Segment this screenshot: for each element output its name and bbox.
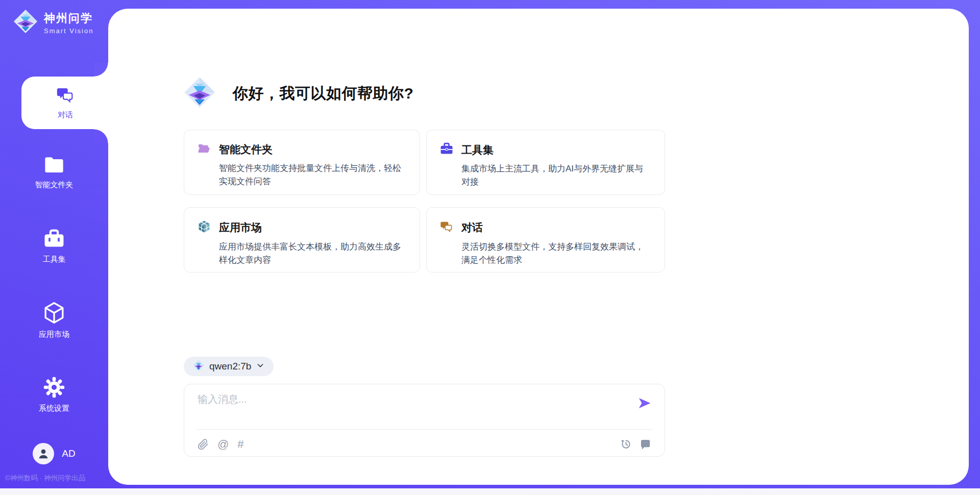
card-desc: 灵活切换多模型文件，支持多样回复效果调试，满足个性化需求 (440, 240, 651, 267)
card-title: 应用市场 (219, 220, 262, 235)
mention-icon[interactable]: @ (217, 439, 229, 450)
folder-icon (43, 155, 65, 176)
card-title: 智能文件夹 (219, 142, 273, 157)
card-chat[interactable]: 对话 灵活切换多模型文件，支持多样回复效果调试，满足个性化需求 (426, 207, 665, 273)
brand: 神州问学 Smart Vision (13, 9, 93, 36)
sidebar-item-label: 系统设置 (39, 404, 69, 412)
user-initials: AD (62, 448, 75, 459)
feature-cards: 智能文件夹 智能文件夹功能支持批量文件上传与清洗，轻松实现文件问答 工具集 集成… (184, 130, 665, 273)
model-name: qwen2:7b (209, 361, 251, 372)
sidebar-item-app-market[interactable]: 应用市场 (0, 299, 108, 340)
gear-icon (43, 377, 65, 400)
app-title: 神州问学 (44, 11, 93, 26)
send-icon[interactable] (637, 395, 652, 411)
cube-grid-icon (198, 220, 211, 235)
message-input[interactable] (198, 392, 626, 424)
app-subtitle: Smart Vision (44, 27, 93, 35)
sidebar-item-toolbox[interactable]: 工具集 (0, 225, 108, 266)
avatar (33, 443, 54, 464)
model-diamond-logo-icon (193, 360, 204, 373)
folder-open-icon (198, 142, 211, 157)
greeting-diamond-logo-icon (184, 77, 215, 110)
sidebar-item-label: 智能文件夹 (35, 181, 74, 188)
sidebar: 神州问学 Smart Vision 对话 智能文件夹 (0, 0, 108, 495)
briefcase-icon (440, 142, 453, 157)
history-icon[interactable] (620, 438, 632, 450)
card-app-market[interactable]: 应用市场 应用市场提供丰富长文本模板，助力高效生成多样化文章内容 (184, 207, 420, 273)
card-desc: 集成市场上主流工具，助力AI与外界无缝扩展与对接 (440, 162, 651, 189)
greeting-text: 你好，我可以如何帮助你? (233, 83, 413, 104)
bottom-scroll-strip (0, 488, 980, 495)
sidebar-item-label: 工具集 (43, 255, 66, 263)
chevron-down-icon (256, 361, 264, 372)
user-profile[interactable]: AD (0, 443, 108, 464)
chat-icon (56, 86, 75, 106)
comment-icon[interactable] (640, 438, 651, 450)
message-composer: @ # (184, 384, 665, 457)
card-title: 对话 (461, 220, 483, 235)
chat-home: 你好，我可以如何帮助你? 智能文件夹 智能文件夹功能支持批量文件上传与清洗，轻松… (184, 77, 665, 457)
model-selector[interactable]: qwen2:7b (184, 357, 274, 376)
sidebar-item-settings[interactable]: 系统设置 (0, 374, 108, 414)
sidebar-item-chat[interactable]: 对话 (21, 77, 109, 129)
sidebar-item-smart-folder[interactable]: 智能文件夹 (0, 151, 108, 192)
toolbox-icon (43, 229, 65, 251)
composer-toolbar: @ # (198, 438, 651, 450)
chat-bubble-icon (440, 220, 453, 235)
sidebar-item-label: 应用市场 (39, 330, 69, 338)
card-toolbox[interactable]: 工具集 集成市场上主流工具，助力AI与外界无缝扩展与对接 (426, 130, 665, 195)
card-desc: 智能文件夹功能支持批量文件上传与清洗，轻松实现文件问答 (198, 162, 406, 189)
composer-divider (197, 429, 652, 430)
card-desc: 应用市场提供丰富长文本模板，助力高效生成多样化文章内容 (198, 240, 406, 267)
greeting: 你好，我可以如何帮助你? (184, 77, 665, 110)
copyright-text: ©神州数码 · 神州问学出品 (5, 474, 85, 483)
attachment-icon[interactable] (198, 439, 209, 450)
hashtag-icon[interactable]: # (237, 439, 243, 450)
brand-diamond-logo-icon (13, 9, 38, 36)
card-title: 工具集 (461, 143, 494, 157)
cube-icon (43, 302, 65, 326)
sidebar-item-label: 对话 (58, 110, 73, 120)
card-smart-folder[interactable]: 智能文件夹 智能文件夹功能支持批量文件上传与清洗，轻松实现文件问答 (184, 130, 420, 195)
